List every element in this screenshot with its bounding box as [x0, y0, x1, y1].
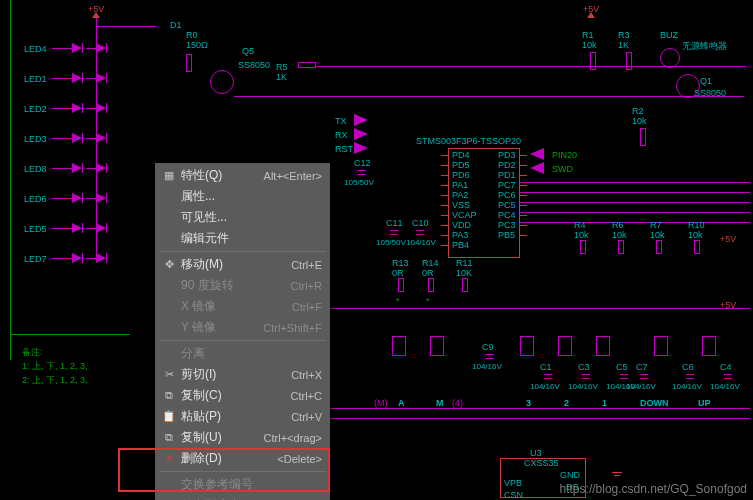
net-label: (4): [452, 398, 463, 408]
blank-icon: [159, 346, 179, 362]
resistor[interactable]: [656, 240, 662, 254]
led-symbol[interactable]: [96, 193, 110, 203]
resistor[interactable]: [694, 240, 700, 254]
resistor[interactable]: [618, 240, 624, 254]
menu-item-rotate90: 90 度旋转 Ctrl+R: [155, 275, 330, 296]
capacitor[interactable]: [724, 370, 732, 384]
menu-item-copy[interactable]: ⧉ 复制(C) Ctrl+C: [155, 385, 330, 406]
resistor[interactable]: [640, 128, 646, 146]
net-label: UP: [698, 398, 711, 408]
net-label: M: [436, 398, 444, 408]
capacitor[interactable]: [640, 370, 648, 384]
menu-label: 特性(Q): [179, 167, 264, 184]
notes-line: 1: 上, 下, 1, 2, 3,: [22, 360, 88, 373]
menu-item-duplicate[interactable]: ⧉ 复制(U) Ctrl+<drag>: [155, 427, 330, 448]
buffer-icon[interactable]: [530, 162, 544, 174]
menu-item-cut[interactable]: ✂ 剪切(I) Ctrl+X: [155, 364, 330, 385]
switch[interactable]: [430, 336, 444, 356]
switch[interactable]: [654, 336, 668, 356]
menu-item-delete[interactable]: ✕ 删除(D) <Delete>: [155, 448, 330, 469]
switch[interactable]: [520, 336, 534, 356]
component-val: CXSS35: [524, 458, 559, 468]
component-ref: D1: [170, 20, 182, 30]
led-symbol[interactable]: [96, 73, 110, 83]
led-ref: LED4: [24, 44, 47, 54]
resistor[interactable]: [398, 278, 404, 292]
blank-icon: [159, 299, 179, 315]
led-symbol[interactable]: [72, 133, 86, 143]
resistor[interactable]: [580, 240, 586, 254]
menu-item-visibility[interactable]: 可见性...: [155, 207, 330, 228]
component-val: 1K: [276, 72, 287, 82]
led-symbol[interactable]: [72, 193, 86, 203]
capacitor[interactable]: [686, 370, 694, 384]
buffer-icon[interactable]: [354, 114, 368, 126]
led-symbol[interactable]: [72, 73, 86, 83]
resistor[interactable]: [590, 52, 596, 70]
led-symbol[interactable]: [96, 103, 110, 113]
component-val: 无源蜂鸣器: [682, 40, 727, 53]
buzzer[interactable]: [660, 48, 680, 68]
menu-label: 属性...: [179, 188, 322, 205]
menu-item-attributes[interactable]: 属性...: [155, 186, 330, 207]
led-symbol[interactable]: [72, 223, 86, 233]
menu-accel: Ctrl+V: [291, 411, 322, 423]
led-symbol[interactable]: [96, 253, 110, 263]
pin-label: PA3: [452, 230, 468, 240]
net-label: 2: [564, 398, 569, 408]
resistor[interactable]: [462, 278, 468, 292]
capacitor[interactable]: [582, 370, 590, 384]
capacitor[interactable]: [416, 226, 424, 240]
led-symbol[interactable]: [72, 163, 86, 173]
power-label: +5V: [720, 234, 736, 244]
menu-item-edit-component[interactable]: 编辑元件: [155, 228, 330, 249]
menu-item-properties[interactable]: ▦ 特性(Q) Alt+<Enter>: [155, 165, 330, 186]
switch[interactable]: [392, 336, 406, 356]
capacitor[interactable]: [544, 370, 552, 384]
blank-icon: [159, 477, 179, 493]
buffer-icon[interactable]: [530, 148, 544, 160]
move-icon: ✥: [159, 257, 179, 273]
menu-item-paste[interactable]: 📋 粘贴(P) Ctrl+V: [155, 406, 330, 427]
component-val: 10k: [688, 230, 703, 240]
resistor[interactable]: [186, 54, 192, 72]
capacitor[interactable]: [390, 226, 398, 240]
component-ref: R11: [456, 258, 473, 268]
ic-title: STMS003F3P6-TSSOP20: [416, 136, 521, 146]
switch[interactable]: [596, 336, 610, 356]
led-ref: LED7: [24, 254, 47, 264]
schematic-canvas[interactable]: +5V +5V +5V +5V LED4 LED1 LED2: [0, 0, 753, 500]
buffer-icon[interactable]: [354, 128, 368, 140]
led-symbol[interactable]: [96, 133, 110, 143]
menu-accel: Ctrl+F: [292, 301, 322, 313]
capacitor[interactable]: [486, 350, 494, 364]
led-symbol[interactable]: [72, 253, 86, 263]
led-symbol[interactable]: [96, 43, 110, 53]
pin-label: PD2: [498, 160, 516, 170]
resistor[interactable]: [298, 62, 316, 68]
capacitor[interactable]: [358, 166, 366, 180]
transistor[interactable]: [210, 70, 234, 94]
switch[interactable]: [558, 336, 572, 356]
net-label: *: [426, 296, 430, 306]
menu-item-move[interactable]: ✥ 移动(M) Ctrl+E: [155, 254, 330, 275]
led-symbol[interactable]: [72, 43, 86, 53]
transistor[interactable]: [676, 74, 700, 98]
led-symbol[interactable]: [96, 163, 110, 173]
component-ref: R14: [422, 258, 439, 268]
menu-label: 移动(M): [179, 256, 291, 273]
resistor[interactable]: [428, 278, 434, 292]
menu-label: 剪切(I): [179, 366, 291, 383]
led-symbol[interactable]: [96, 223, 110, 233]
menu-label: 交换参考编号: [179, 476, 322, 493]
gnd-symbol: [612, 472, 622, 480]
pin-label: VSS: [452, 200, 470, 210]
led-ref: LED2: [24, 104, 47, 114]
led-symbol[interactable]: [72, 103, 86, 113]
buffer-icon[interactable]: [354, 142, 368, 154]
pin-label: PC5: [498, 200, 516, 210]
resistor[interactable]: [626, 52, 632, 70]
switch[interactable]: [702, 336, 716, 356]
pin-label: PD4: [452, 150, 470, 160]
net-label: RX: [335, 130, 348, 140]
